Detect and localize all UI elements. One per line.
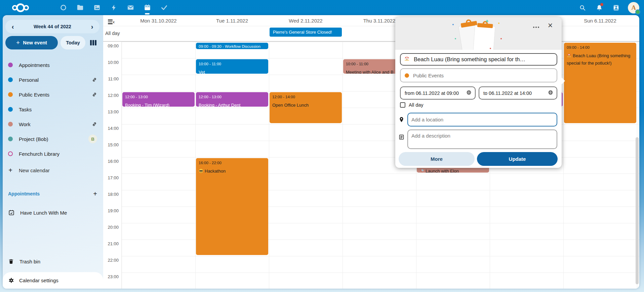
sidebar-calendar-item[interactable]: Appointments <box>3 58 103 72</box>
view-columns-icon[interactable] <box>90 39 96 46</box>
allday-checkbox-label: All day <box>409 102 424 108</box>
more-button[interactable]: More <box>399 152 475 166</box>
hour-label: 21:00 <box>103 241 119 246</box>
hour-label: 16:00 <box>103 159 119 164</box>
dashboard-icon[interactable] <box>57 0 69 15</box>
today-button[interactable]: Today <box>61 36 85 49</box>
calendar-icon[interactable] <box>141 0 153 15</box>
new-event-label: New event <box>23 40 47 45</box>
update-button[interactable]: Update <box>477 152 558 166</box>
calendar-color-dot <box>8 122 13 126</box>
event-title-input[interactable] <box>414 56 553 63</box>
sidebar-calendar-item[interactable]: Fenchurch Library <box>3 146 103 161</box>
avatar-letter: A <box>631 4 636 11</box>
calendar-check-icon <box>8 209 15 216</box>
event-time: 12:00 - 14:00 <box>272 95 339 99</box>
beach-icon <box>567 53 571 60</box>
add-appointment-config-button[interactable]: + <box>93 190 97 198</box>
share-link-icon[interactable] <box>92 121 97 127</box>
trash-bin-item[interactable]: Trash bin <box>3 254 103 269</box>
calendar-event[interactable]: 12:00 - 14:00Open Office Lunch <box>270 92 342 123</box>
calendar-event[interactable]: 12:00 - 13:00Booking - Tim (Wizard) <box>122 92 195 107</box>
gear-icon <box>8 277 14 284</box>
files-icon[interactable] <box>74 0 86 15</box>
start-datetime-value: from 06.11.2022 at 09:00 <box>405 90 466 96</box>
calendar-item-label: Personal <box>19 77 92 83</box>
contacts-icon[interactable] <box>611 0 621 15</box>
sidebar-calendar-item[interactable]: Tasks <box>3 102 103 117</box>
sidebar-calendar-item[interactable]: Public Events <box>3 87 103 102</box>
calendar-color-dot <box>8 92 13 97</box>
active-app-indicator <box>145 13 150 14</box>
calendar-settings-button[interactable]: Calendar settings <box>3 272 103 289</box>
allday-event[interactable]: Pierre's General Store Closed! <box>270 28 342 37</box>
notifications-icon[interactable] <box>594 0 604 15</box>
hour-label: 12:00 <box>103 93 119 98</box>
scrollbar-thumb[interactable] <box>636 137 639 284</box>
trash-bin-label: Trash bin <box>19 259 40 264</box>
mail-icon[interactable] <box>124 0 136 15</box>
hour-label: 18:00 <box>103 192 119 197</box>
new-calendar-button[interactable]: + New calendar <box>3 163 103 178</box>
week-label: Week 44 of 2022 <box>34 24 71 29</box>
location-field <box>407 113 557 126</box>
avatar[interactable]: A <box>628 2 639 13</box>
activity-icon[interactable] <box>108 0 120 15</box>
calendar-item-label: Tasks <box>19 107 97 112</box>
calendar-event[interactable]: 09:00 - 14:00Beach Luau (Bring something… <box>564 43 636 123</box>
end-datetime-field[interactable]: to 06.11.2022 at 14:00 <box>479 86 557 100</box>
description-input[interactable] <box>411 133 553 146</box>
appointment-config-item[interactable]: Have Lunch With Me <box>3 205 103 220</box>
vertical-scrollbar <box>635 15 639 289</box>
calendar-event[interactable]: 16:00 - 22:00Hackathon <box>196 158 268 255</box>
location-input[interactable] <box>411 117 553 122</box>
start-datetime-field[interactable]: from 06.11.2022 at 09:00 <box>400 86 476 100</box>
rocket-icon <box>419 169 424 173</box>
calendar-item-label: Project (Bob) <box>19 136 88 142</box>
timezone-globe-icon[interactable] <box>466 90 472 97</box>
notification-badge <box>600 3 603 6</box>
allday-checkbox[interactable] <box>400 102 405 108</box>
calendar-list: AppointmentsPersonalPublic EventsTasksWo… <box>3 58 103 161</box>
logo-circle <box>16 3 25 12</box>
allday-label: All day <box>105 31 120 36</box>
previous-week-button[interactable]: ‹ <box>7 21 18 32</box>
calendar-event[interactable]: 12:00 - 13:00Booking - Arthur Dent <box>196 92 268 107</box>
calendar-event[interactable]: 09:00 - 09:30 - Workflow Discussion <box>196 43 268 49</box>
search-icon[interactable] <box>577 0 588 15</box>
new-event-button[interactable]: + New event <box>5 36 58 49</box>
hour-label: 23:00 <box>103 274 119 279</box>
sidebar-calendar-item[interactable]: Work <box>3 117 103 132</box>
allday-checkbox-row[interactable]: All day <box>400 102 424 108</box>
hour-label: 10:00 <box>103 60 119 65</box>
calendar-event[interactable]: 10:00 - 11:00Vet <box>196 59 268 74</box>
calendar-color-dot <box>8 77 13 82</box>
share-link-icon[interactable] <box>92 77 97 82</box>
close-icon[interactable]: × <box>545 20 556 31</box>
tasks-icon[interactable] <box>158 0 170 15</box>
sidebar-calendar-item[interactable]: Personal <box>3 72 103 87</box>
hour-label: 20:00 <box>103 225 119 230</box>
online-status-dot <box>635 9 640 14</box>
timezone-globe-icon[interactable] <box>548 90 553 97</box>
calendar-select[interactable]: Public Events <box>400 68 557 82</box>
sidebar-calendar-item[interactable]: Project (Bob)B <box>3 132 103 146</box>
top-navigation-bar: A <box>0 0 644 15</box>
appointments-section-header: Appointments + <box>3 189 103 198</box>
next-week-button[interactable]: › <box>87 21 97 32</box>
more-actions-icon[interactable] <box>531 23 541 32</box>
photos-icon[interactable] <box>91 0 103 15</box>
nextcloud-logo[interactable] <box>12 3 52 12</box>
event-title: Vet <box>199 69 266 74</box>
hour-label: 11:00 <box>103 76 119 81</box>
share-link-icon[interactable] <box>92 92 97 97</box>
calendar-color-dot <box>8 137 13 141</box>
event-title: Launch with Elon <box>419 168 486 173</box>
calendar-item-label: Public Events <box>19 92 92 98</box>
shared-user-badge: B <box>88 135 97 143</box>
collapse-sidebar-icon[interactable]: ‹ <box>108 20 115 24</box>
plus-icon: + <box>16 39 20 46</box>
hour-label: 14:00 <box>103 126 119 131</box>
event-title: Booking - Tim (Wizard) <box>125 102 192 107</box>
hour-label: 22:00 <box>103 258 119 263</box>
